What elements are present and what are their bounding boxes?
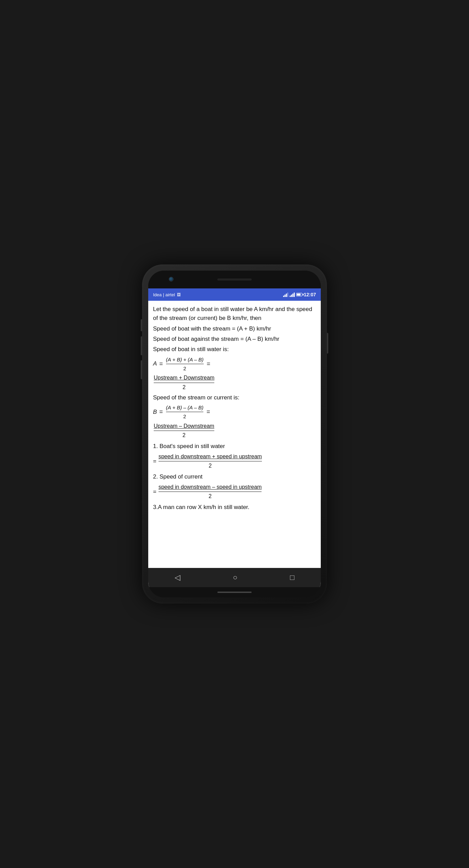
fraction-point2-denominator: 2 xyxy=(208,492,212,501)
fraction-point1-denominator: 2 xyxy=(208,461,212,470)
downstream-text: Speed of boat with the stream = (A + B) … xyxy=(153,324,316,333)
equals-4: = xyxy=(206,407,210,417)
equals-2: = xyxy=(207,359,211,369)
fraction-b-numerator: (A + B) – (A – B) xyxy=(166,404,203,412)
silent-button xyxy=(141,360,142,379)
fraction-upstream-plus: Upstream + Downstream 2 xyxy=(154,374,214,392)
fraction-a-numerator: (A + B) + (A – B) xyxy=(166,356,204,364)
formula-upstream-minus-downstream: Upstream – Downstream 2 xyxy=(153,422,316,440)
var-a: A xyxy=(153,359,157,368)
equals-3: = xyxy=(159,407,163,417)
navigation-bar: ◁ ○ □ xyxy=(148,568,321,587)
fraction-point2-numerator: speed in downstream – speed in upstream xyxy=(159,483,262,492)
stream-speed-label: Speed of the stream or current is: xyxy=(153,393,316,402)
equals-1: = xyxy=(159,359,163,369)
point1-label: 1. Boat's speed in still water xyxy=(153,442,316,451)
fraction-a-denominator: 2 xyxy=(183,364,186,372)
signal-icon-2 xyxy=(290,292,295,297)
fraction-a: (A + B) + (A – B) 2 xyxy=(166,356,204,373)
camera-icon xyxy=(169,277,174,282)
upstream-text: Speed of boat against the stream = (A – … xyxy=(153,335,316,344)
fraction-b: (A + B) – (A – B) 2 xyxy=(166,404,203,421)
fraction-upstream-plus-numerator: Upstream + Downstream xyxy=(154,374,214,383)
phone-top-bar xyxy=(148,271,321,288)
time-display: 12:07 xyxy=(304,292,316,297)
back-button[interactable]: ◁ xyxy=(175,573,180,582)
point2-formula: = speed in downstream – speed in upstrea… xyxy=(153,483,316,501)
fraction-upstream-minus: Upstream – Downstream 2 xyxy=(154,422,214,440)
phone-device: Idea | airtel 🖼 xyxy=(142,264,327,604)
volume-up-button xyxy=(141,319,142,331)
phone-bottom-area xyxy=(148,587,321,597)
point1-equals: = xyxy=(153,457,156,466)
formula-b-row: B = (A + B) – (A – B) 2 = xyxy=(153,404,316,421)
fraction-upstream-minus-denominator: 2 xyxy=(182,431,186,440)
point1-formula: = speed in downstream + speed in upstrea… xyxy=(153,452,316,471)
speaker-icon xyxy=(217,278,252,281)
sim-icon: 🖼 xyxy=(177,293,181,297)
fraction-b-denominator: 2 xyxy=(183,412,186,420)
screen: Idea | airtel 🖼 xyxy=(148,288,321,587)
fraction-upstream-minus-numerator: Upstream – Downstream xyxy=(154,422,214,431)
phone-screen: Idea | airtel 🖼 xyxy=(148,271,321,597)
intro-text: Let the speed of a boat in still water b… xyxy=(153,305,316,323)
home-button[interactable]: ○ xyxy=(233,573,237,582)
carrier-text: Idea | airtel xyxy=(153,292,175,297)
status-bar: Idea | airtel 🖼 xyxy=(148,288,321,301)
main-content: Let the speed of a boat in still water b… xyxy=(148,301,321,568)
recent-apps-button[interactable]: □ xyxy=(290,573,294,582)
home-bar xyxy=(217,592,252,593)
formula-a-row: A = (A + B) + (A – B) 2 = xyxy=(153,356,316,373)
still-water-label: Speed of boat in still water is: xyxy=(153,345,316,354)
volume-down-button xyxy=(141,336,142,355)
status-bar-left: Idea | airtel 🖼 xyxy=(153,292,181,297)
status-bar-right: 12:07 xyxy=(283,292,316,297)
point3-text: 3.A man can row X km/h in still water. xyxy=(153,503,316,512)
power-button xyxy=(327,333,328,354)
formula-upstream-downstream: Upstream + Downstream 2 xyxy=(153,374,316,392)
fraction-point1-numerator: speed in downstream + speed in upstream xyxy=(159,452,262,462)
battery-icon xyxy=(296,293,302,296)
var-b: B xyxy=(153,408,157,417)
fraction-point2: speed in downstream – speed in upstream … xyxy=(159,483,262,501)
point2-label: 2. Speed of current xyxy=(153,472,316,481)
point2-equals: = xyxy=(153,487,156,496)
fraction-upstream-plus-denominator: 2 xyxy=(182,383,186,392)
signal-icon-1 xyxy=(283,292,288,297)
fraction-point1: speed in downstream + speed in upstream … xyxy=(159,452,262,471)
